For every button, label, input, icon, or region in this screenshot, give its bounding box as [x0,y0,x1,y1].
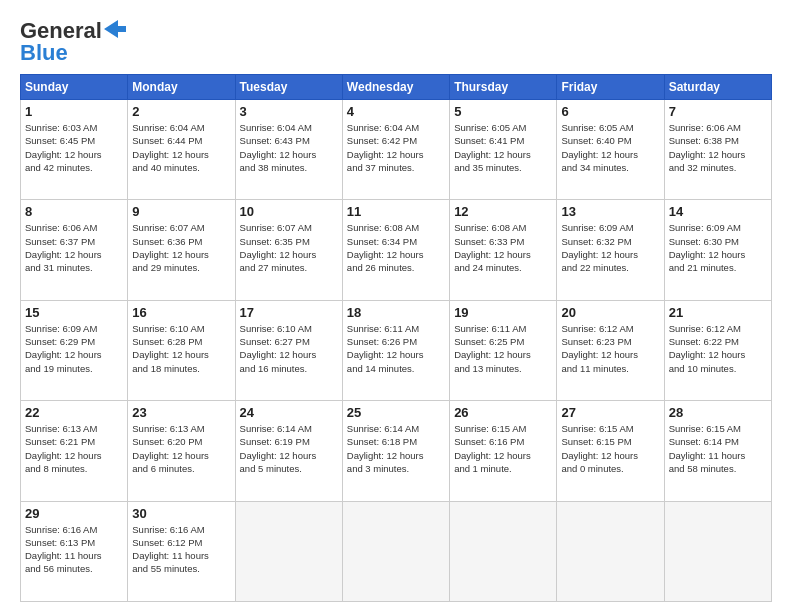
day-cell: 22Sunrise: 6:13 AM Sunset: 6:21 PM Dayli… [21,401,128,501]
day-number: 4 [347,104,445,119]
day-cell: 18Sunrise: 6:11 AM Sunset: 6:26 PM Dayli… [342,300,449,400]
day-number: 10 [240,204,338,219]
week-row-3: 15Sunrise: 6:09 AM Sunset: 6:29 PM Dayli… [21,300,772,400]
day-number: 23 [132,405,230,420]
day-number: 12 [454,204,552,219]
calendar-header-row: SundayMondayTuesdayWednesdayThursdayFrid… [21,75,772,100]
day-info: Sunrise: 6:16 AM Sunset: 6:13 PM Dayligh… [25,523,123,576]
header: General Blue [20,18,772,66]
day-cell: 19Sunrise: 6:11 AM Sunset: 6:25 PM Dayli… [450,300,557,400]
day-number: 7 [669,104,767,119]
day-cell [557,501,664,601]
day-cell: 7Sunrise: 6:06 AM Sunset: 6:38 PM Daylig… [664,100,771,200]
day-info: Sunrise: 6:13 AM Sunset: 6:21 PM Dayligh… [25,422,123,475]
day-number: 19 [454,305,552,320]
day-cell: 26Sunrise: 6:15 AM Sunset: 6:16 PM Dayli… [450,401,557,501]
day-number: 3 [240,104,338,119]
day-cell: 25Sunrise: 6:14 AM Sunset: 6:18 PM Dayli… [342,401,449,501]
day-number: 18 [347,305,445,320]
day-info: Sunrise: 6:16 AM Sunset: 6:12 PM Dayligh… [132,523,230,576]
day-info: Sunrise: 6:15 AM Sunset: 6:15 PM Dayligh… [561,422,659,475]
day-info: Sunrise: 6:09 AM Sunset: 6:29 PM Dayligh… [25,322,123,375]
day-cell: 3Sunrise: 6:04 AM Sunset: 6:43 PM Daylig… [235,100,342,200]
logo: General Blue [20,18,126,66]
day-cell: 11Sunrise: 6:08 AM Sunset: 6:34 PM Dayli… [342,200,449,300]
day-cell: 24Sunrise: 6:14 AM Sunset: 6:19 PM Dayli… [235,401,342,501]
calendar-body: 1Sunrise: 6:03 AM Sunset: 6:45 PM Daylig… [21,100,772,602]
day-cell: 8Sunrise: 6:06 AM Sunset: 6:37 PM Daylig… [21,200,128,300]
day-cell: 4Sunrise: 6:04 AM Sunset: 6:42 PM Daylig… [342,100,449,200]
day-number: 16 [132,305,230,320]
day-number: 11 [347,204,445,219]
day-number: 17 [240,305,338,320]
svg-marker-0 [104,20,126,38]
day-info: Sunrise: 6:05 AM Sunset: 6:40 PM Dayligh… [561,121,659,174]
day-cell: 2Sunrise: 6:04 AM Sunset: 6:44 PM Daylig… [128,100,235,200]
logo-arrow-icon [104,20,126,38]
day-number: 1 [25,104,123,119]
day-info: Sunrise: 6:11 AM Sunset: 6:26 PM Dayligh… [347,322,445,375]
day-info: Sunrise: 6:14 AM Sunset: 6:18 PM Dayligh… [347,422,445,475]
header-cell-friday: Friday [557,75,664,100]
day-info: Sunrise: 6:15 AM Sunset: 6:14 PM Dayligh… [669,422,767,475]
day-info: Sunrise: 6:10 AM Sunset: 6:28 PM Dayligh… [132,322,230,375]
day-number: 8 [25,204,123,219]
day-number: 22 [25,405,123,420]
day-info: Sunrise: 6:06 AM Sunset: 6:37 PM Dayligh… [25,221,123,274]
day-number: 28 [669,405,767,420]
day-info: Sunrise: 6:07 AM Sunset: 6:35 PM Dayligh… [240,221,338,274]
day-number: 20 [561,305,659,320]
week-row-5: 29Sunrise: 6:16 AM Sunset: 6:13 PM Dayli… [21,501,772,601]
day-cell: 6Sunrise: 6:05 AM Sunset: 6:40 PM Daylig… [557,100,664,200]
day-cell: 30Sunrise: 6:16 AM Sunset: 6:12 PM Dayli… [128,501,235,601]
week-row-2: 8Sunrise: 6:06 AM Sunset: 6:37 PM Daylig… [21,200,772,300]
week-row-4: 22Sunrise: 6:13 AM Sunset: 6:21 PM Dayli… [21,401,772,501]
header-cell-sunday: Sunday [21,75,128,100]
day-number: 21 [669,305,767,320]
day-info: Sunrise: 6:06 AM Sunset: 6:38 PM Dayligh… [669,121,767,174]
day-cell [450,501,557,601]
day-cell: 27Sunrise: 6:15 AM Sunset: 6:15 PM Dayli… [557,401,664,501]
day-cell: 20Sunrise: 6:12 AM Sunset: 6:23 PM Dayli… [557,300,664,400]
day-cell: 9Sunrise: 6:07 AM Sunset: 6:36 PM Daylig… [128,200,235,300]
day-cell [235,501,342,601]
week-row-1: 1Sunrise: 6:03 AM Sunset: 6:45 PM Daylig… [21,100,772,200]
day-info: Sunrise: 6:08 AM Sunset: 6:33 PM Dayligh… [454,221,552,274]
day-cell [664,501,771,601]
header-cell-tuesday: Tuesday [235,75,342,100]
day-cell: 13Sunrise: 6:09 AM Sunset: 6:32 PM Dayli… [557,200,664,300]
day-info: Sunrise: 6:14 AM Sunset: 6:19 PM Dayligh… [240,422,338,475]
day-info: Sunrise: 6:09 AM Sunset: 6:30 PM Dayligh… [669,221,767,274]
calendar-header: SundayMondayTuesdayWednesdayThursdayFrid… [21,75,772,100]
day-info: Sunrise: 6:10 AM Sunset: 6:27 PM Dayligh… [240,322,338,375]
day-number: 6 [561,104,659,119]
day-cell [342,501,449,601]
day-info: Sunrise: 6:07 AM Sunset: 6:36 PM Dayligh… [132,221,230,274]
day-cell: 1Sunrise: 6:03 AM Sunset: 6:45 PM Daylig… [21,100,128,200]
day-number: 15 [25,305,123,320]
day-cell: 23Sunrise: 6:13 AM Sunset: 6:20 PM Dayli… [128,401,235,501]
header-cell-wednesday: Wednesday [342,75,449,100]
day-cell: 14Sunrise: 6:09 AM Sunset: 6:30 PM Dayli… [664,200,771,300]
day-number: 26 [454,405,552,420]
day-number: 5 [454,104,552,119]
day-info: Sunrise: 6:12 AM Sunset: 6:22 PM Dayligh… [669,322,767,375]
day-number: 24 [240,405,338,420]
day-cell: 15Sunrise: 6:09 AM Sunset: 6:29 PM Dayli… [21,300,128,400]
day-info: Sunrise: 6:12 AM Sunset: 6:23 PM Dayligh… [561,322,659,375]
day-cell: 16Sunrise: 6:10 AM Sunset: 6:28 PM Dayli… [128,300,235,400]
day-cell: 10Sunrise: 6:07 AM Sunset: 6:35 PM Dayli… [235,200,342,300]
day-cell: 21Sunrise: 6:12 AM Sunset: 6:22 PM Dayli… [664,300,771,400]
day-number: 14 [669,204,767,219]
day-cell: 17Sunrise: 6:10 AM Sunset: 6:27 PM Dayli… [235,300,342,400]
header-cell-thursday: Thursday [450,75,557,100]
header-cell-monday: Monday [128,75,235,100]
day-number: 29 [25,506,123,521]
day-info: Sunrise: 6:03 AM Sunset: 6:45 PM Dayligh… [25,121,123,174]
logo-blue-text: Blue [20,40,68,66]
day-number: 30 [132,506,230,521]
day-info: Sunrise: 6:04 AM Sunset: 6:42 PM Dayligh… [347,121,445,174]
day-info: Sunrise: 6:13 AM Sunset: 6:20 PM Dayligh… [132,422,230,475]
day-cell: 29Sunrise: 6:16 AM Sunset: 6:13 PM Dayli… [21,501,128,601]
day-cell: 28Sunrise: 6:15 AM Sunset: 6:14 PM Dayli… [664,401,771,501]
